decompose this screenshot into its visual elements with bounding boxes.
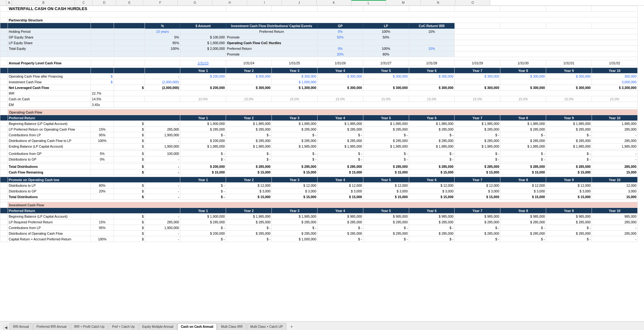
tab-pref-catch-up[interactable]: Pref + Catch Up xyxy=(109,323,138,330)
lp-pref-return-row: LP Preferred Return on Operating Cash Fl… xyxy=(0,127,638,132)
column-headers: A B C D E F G H I J K L M N O xyxy=(0,0,644,6)
distrib-op-lp-y3: $ 285,000 xyxy=(271,138,317,144)
distrib-gp-y4: $ - xyxy=(317,156,363,162)
coc-return-header: CoC Return/ IRR xyxy=(409,23,455,29)
total-distrib-promote-y0: - xyxy=(145,194,180,200)
cap-return-y5: $ - xyxy=(363,236,409,242)
distrib-gp-promote-row: Distributions to GP 20% $ - $ - $ 3,000 … xyxy=(0,188,638,194)
sheet-content[interactable]: WATERFALL CASH ON CASH HURDLES Partnersh… xyxy=(0,6,644,321)
coc-y4: 15.0% xyxy=(317,96,363,102)
total-equity-label: Total Equity xyxy=(8,46,91,51)
distrib-gp-y0: - xyxy=(145,156,180,162)
op-cf-y7: $ 300,000 xyxy=(455,74,500,79)
main-table: WATERFALL CASH ON CASH HURDLES Partnersh… xyxy=(0,6,638,242)
distrib-op-lp-y5: $ 285,000 xyxy=(363,138,409,144)
contrib-gp-pct: 5% xyxy=(91,151,114,156)
year3-header: Year 3 xyxy=(271,68,317,74)
total-distrib-y10: 285,000 xyxy=(592,164,637,169)
partnership-header-row: % $ Amount Investment Cash Flow Distribu… xyxy=(0,23,638,29)
date-1-31-32: 1/31/32 xyxy=(592,60,637,66)
date-1-31-27: 1/31/27 xyxy=(363,60,409,66)
pref-return-label: Preferred Return xyxy=(8,115,180,121)
total-distrib-promote-y10: 15,000 xyxy=(592,194,637,200)
ending-balance-label: Ending Balance (LP Capital Account) xyxy=(8,144,91,149)
invest-distrib-op-y2: $ 285,000 xyxy=(226,231,272,236)
distrib-gp-dollar: $ xyxy=(114,156,145,162)
total-distrib-promote-y7: $ 15,000 xyxy=(455,194,500,200)
total-distrib-y4: $ 285,000 xyxy=(317,164,363,169)
beg-bal-y4: $ 1,985,000 xyxy=(317,121,363,127)
invest-distrib-op-y8: $ 285,000 xyxy=(500,231,546,236)
tab-preferred-irr-annual[interactable]: Preferred IRR Annual xyxy=(33,323,70,330)
total-distrib-label: Total Distributions xyxy=(8,164,91,169)
distrib-op-lp-y0: - xyxy=(145,138,180,144)
date-1-31-24: 1/31/24 xyxy=(226,60,272,66)
gp-header: GP xyxy=(317,23,363,29)
cash-on-cash-row: Cash on Cash 14.5% 10.0% 15.0% 15.0% 15.… xyxy=(0,96,638,102)
total-distrib-y2: $ 285,000 xyxy=(226,164,272,169)
tab-add-button[interactable]: + xyxy=(288,323,295,330)
invest-distrib-op-y7: $ 285,000 xyxy=(455,231,500,236)
op-lp-pref-pct: 100% xyxy=(363,46,409,51)
cf-remaining-row: Cash Flow Remaining $ - $ 15,000 $ 15,00… xyxy=(0,169,638,175)
op-cf-label: Operating Cash Flow after Financing xyxy=(8,74,91,79)
year7-header: Year 7 xyxy=(455,68,500,74)
distrib-gp-promote-y0: - xyxy=(145,188,180,194)
distrib-gp-promote-y1: $ - xyxy=(180,188,226,194)
coc-y1: 10.0% xyxy=(180,96,226,102)
distrib-gp-y10: - xyxy=(592,156,637,162)
invest-distrib-op-y10: 285,000 xyxy=(592,231,637,236)
tab-multi-class-catch-up[interactable]: Multi Class + Catch UP xyxy=(247,323,286,330)
beg-bal-y8: $ 1,985,000 xyxy=(500,121,546,127)
tab-irr-profit-catch-up[interactable]: IRR + Profit Catch Up xyxy=(71,323,108,330)
pr-year1: Year 1 xyxy=(180,115,226,121)
contrib-gp-y3: $ - xyxy=(271,151,317,156)
gp-promote-pct: 50% xyxy=(317,34,363,40)
em-value: 3.45x xyxy=(91,102,114,108)
invest-year8: Year 8 xyxy=(500,208,546,214)
promote-year4: Year 4 xyxy=(317,177,363,183)
beg-bal-y10: 1,985,000 xyxy=(592,121,637,127)
pr-year2: Year 2 xyxy=(226,115,272,121)
tab-equity-multiple-annual[interactable]: Equity Multiple Annual xyxy=(139,323,177,330)
total-equity-row: Total Equity 100% $ 2,000,000 Preferred … xyxy=(0,46,638,51)
total-distrib-promote-dollar: $ xyxy=(114,194,145,200)
total-distrib-y0: - xyxy=(145,164,180,169)
col-g-header: G xyxy=(178,0,212,5)
tab-cash-on-cash-annual[interactable]: Cash on Cash Annual xyxy=(177,323,217,330)
row-num-header xyxy=(0,0,6,5)
cap-return-pct: 100% xyxy=(91,236,114,242)
lp-pref-return-y1: $ 285,000 xyxy=(180,127,226,132)
invest-distrib-op-y1: $ 200,000 xyxy=(180,231,226,236)
net-leveraged-y8: $ 300,000 xyxy=(500,85,546,91)
ending-bal-y6: $ 1,985,000 xyxy=(409,144,455,149)
col-l-header: L xyxy=(351,0,386,5)
invest-contrib-lp-label: Contributions from LP xyxy=(8,225,91,231)
distrib-gp-promote-y4: $ 3,000 xyxy=(317,188,363,194)
net-leveraged-y6: $ 300,000 xyxy=(409,85,455,91)
lp-pref-return-y7: $ 285,000 xyxy=(455,127,500,132)
net-leveraged-row: Net Leveraged Cash Flow $ (2,000,000) $ … xyxy=(0,85,638,91)
distrib-lp-promote-y8: $ 12,000 xyxy=(500,183,546,188)
contrib-lp-y1: $ - xyxy=(180,132,226,138)
beg-bal-y7: $ 1,985,000 xyxy=(455,121,500,127)
tab-nav-left[interactable]: ◀ xyxy=(3,325,8,330)
distrib-gp-promote-y10: 3,000 xyxy=(592,188,637,194)
distrib-op-lp-row: Distributions of Operating Cash Flow to … xyxy=(0,138,638,144)
distrib-lp-promote-y1: $ - xyxy=(180,183,226,188)
invest-year4: Year 4 xyxy=(317,208,363,214)
contrib-gp-row: Contributions from GP 5% $ 100,000 $ - $… xyxy=(0,151,638,156)
tab-multi-class-irr[interactable]: Multi Class IRR xyxy=(218,323,246,330)
lp-equity-pct: 95% xyxy=(145,40,180,46)
date-1-31-25: 1/31/25 xyxy=(271,60,317,66)
tab-irr-annual[interactable]: IRR Annual xyxy=(9,323,33,330)
distrib-gp-row: Distributions to GP 0% $ - $ - $ - $ - $… xyxy=(0,156,638,162)
contrib-lp-y4: $ - xyxy=(317,132,363,138)
op-cf-y6: $ 300,000 xyxy=(409,74,455,79)
invest-contrib-lp-y0: 1,900,000 xyxy=(145,225,180,231)
distrib-lp-promote-y10: 12,000 xyxy=(592,183,637,188)
pref-return-header: Preferred Return Year 1 Year 2 Year 3 Ye… xyxy=(0,115,638,121)
beg-bal-y5: $ 1,985,000 xyxy=(363,121,409,127)
lp-pref-return-y3: $ 285,000 xyxy=(271,127,317,132)
sheet-area: WATERFALL CASH ON CASH HURDLES Partnersh… xyxy=(0,6,644,321)
